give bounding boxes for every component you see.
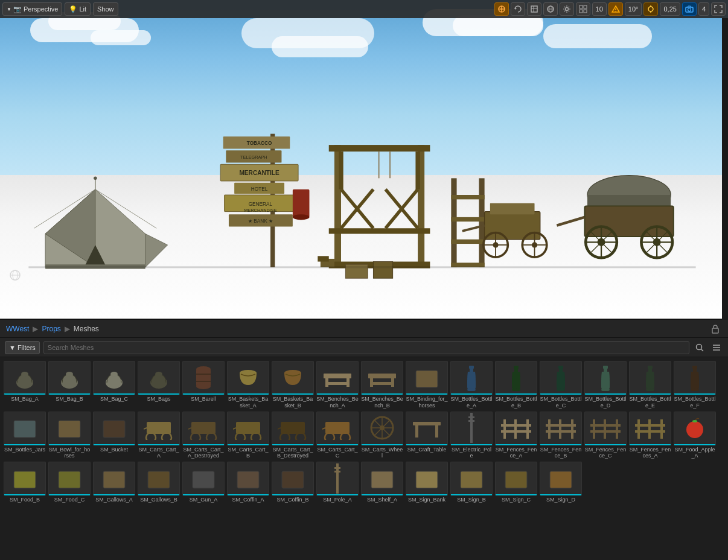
svg-rect-90 (580, 10, 583, 13)
asset-label: SM_Bottles_Bottle_B (495, 396, 537, 409)
asset-label: SM_Carts_Cart_A_Destroyed (182, 447, 225, 460)
svg-rect-127 (325, 382, 350, 385)
settings-icon-btn[interactable] (560, 2, 574, 16)
asset-item-sm-bottles-bottle-b[interactable]: SM_Bottles_Bottle_B (494, 360, 538, 410)
camera2-icon-btn[interactable] (682, 2, 697, 16)
snap-icon-btn[interactable] (643, 2, 658, 16)
svg-rect-212 (193, 471, 214, 488)
asset-item-sm-sign-bank[interactable]: SM_Sign_Bank (404, 460, 449, 504)
lock-button[interactable] (709, 322, 722, 336)
svg-point-99 (688, 8, 691, 11)
asset-grid[interactable]: SM_Bag_ASM_Bag_BSM_Bag_CSM_BagsSM_Barell… (0, 357, 728, 560)
svg-text:MERCANTILE: MERCANTILE (239, 170, 279, 176)
breadcrumb-props[interactable]: Props (42, 325, 60, 333)
svg-line-157 (144, 428, 147, 430)
breadcrumb-wwwest[interactable]: WWest (6, 325, 29, 333)
warning-icon-btn[interactable] (608, 2, 623, 16)
asset-item-sm-shelf-a[interactable]: SM_Shelf_A (360, 460, 404, 504)
show-button[interactable]: Show (93, 2, 118, 16)
svg-point-95 (648, 7, 653, 11)
asset-item-sm-food-c[interactable]: SM_Food_C (47, 460, 92, 504)
asset-item-sm-bucket[interactable]: SM_Bucket (92, 410, 136, 461)
svg-rect-217 (334, 471, 340, 472)
asset-item-sm-bottles-bottle-e[interactable]: SM_Bottles_Bottle_E (628, 360, 672, 410)
asset-item-sm-carts-cart-b-destroyed[interactable]: SM_Carts_Cart_B_Destroyed (270, 410, 315, 461)
svg-rect-222 (550, 471, 572, 488)
asset-item-sm-bottles-bottle-c[interactable]: SM_Bottles_Bottle_C (538, 360, 583, 410)
asset-item-sm-bag-c[interactable]: SM_Bag_C (92, 360, 136, 410)
viewport[interactable]: TOBACCO TELEGRAPH MERCANTILE HOTEL GENER… (0, 0, 728, 320)
grid-icon-btn[interactable] (576, 2, 590, 16)
filters-button[interactable]: ▼ Filters (5, 341, 40, 354)
svg-rect-28 (329, 145, 430, 151)
asset-item-sm-coffin-b[interactable]: SM_Coffin_B (270, 460, 315, 504)
view-options-button[interactable] (710, 341, 723, 354)
asset-item-sm-food-apple-a[interactable]: SM_Food_Apple_A (672, 410, 717, 461)
svg-rect-24 (293, 189, 310, 217)
asset-item-sm-bag-a[interactable]: SM_Bag_A (2, 360, 47, 410)
asset-item-sm-bottles-bottle-f[interactable]: SM_Bottles_Bottle_F (672, 360, 717, 410)
asset-item-sm-food-b[interactable]: SM_Food_B (2, 460, 47, 504)
asset-item-sm-gallows-a[interactable]: SM_Gallows_A (92, 460, 136, 504)
viewport-scrollbar[interactable] (722, 18, 728, 320)
asset-item-sm-bowl-for-horses[interactable]: SM_Bowl_for_horses (47, 410, 92, 461)
asset-item-sm-barell[interactable]: SM_Barell (181, 360, 226, 410)
asset-item-sm-craft-table[interactable]: SM_Craft_Table (404, 410, 449, 461)
rotate-icon-btn[interactable] (511, 2, 525, 16)
svg-rect-46 (451, 217, 484, 221)
asset-item-sm-bag-b[interactable]: SM_Bag_B (47, 360, 92, 410)
asset-label: SM_Fences_Fence_B (540, 447, 582, 460)
asset-item-sm-sign-d[interactable]: SM_Sign_D (538, 460, 583, 504)
asset-item-sm-baskets-basket-a[interactable]: SM_Baskets_Basket_A (226, 360, 270, 410)
asset-item-sm-bottles-bottle-d[interactable]: SM_Bottles_Bottle_D (583, 360, 628, 410)
asset-item-sm-fences-fences-a[interactable]: SM_Fences_Fences_A (628, 410, 672, 461)
asset-item-sm-benches-bench-a[interactable]: SM_Benches_Bench_A (315, 360, 360, 410)
svg-rect-203 (637, 419, 640, 439)
transform-icon-btn[interactable] (494, 2, 509, 16)
svg-text:MERCHANDISE: MERCHANDISE (244, 208, 276, 213)
asset-label: SM_Coffin_B (277, 497, 309, 503)
svg-point-87 (565, 8, 568, 11)
svg-rect-91 (584, 10, 587, 13)
perspective-dropdown[interactable]: ▼ 📷 Perspective (2, 2, 62, 16)
camera-num-btn[interactable]: 4 (698, 2, 709, 16)
grid-size-btn[interactable]: 10 (592, 2, 607, 16)
lit-button[interactable]: 💡 Lit (65, 2, 91, 16)
asset-item-sm-coffin-a[interactable]: SM_Coffin_A (226, 460, 270, 504)
globe-icon-btn[interactable] (543, 2, 558, 16)
asset-item-sm-binding-for-horses[interactable]: SM_Binding_for_horses (404, 360, 449, 410)
asset-item-sm-carts-cart-a-destroyed[interactable]: SM_Carts_Cart_A_Destroyed (181, 410, 226, 461)
expand-icon-btn[interactable] (527, 2, 541, 16)
asset-item-sm-carts-wheel[interactable]: SM_Carts_Wheel (360, 410, 404, 461)
snap-val-btn[interactable]: 0,25 (660, 2, 680, 16)
fullscreen-icon-btn[interactable] (711, 2, 726, 16)
asset-item-sm-carts-cart-b[interactable]: SM_Carts_Cart_B (226, 410, 270, 461)
asset-item-sm-bottles-jars[interactable]: SM_Bottles_Jars (2, 410, 47, 461)
svg-rect-181 (415, 425, 418, 438)
asset-item-sm-fences-fence-b[interactable]: SM_Fences_Fence_B (538, 410, 583, 461)
asset-label: SM_Carts_Cart_A (138, 447, 180, 460)
angle-btn[interactable]: 10° (625, 2, 642, 16)
asset-item-sm-bottles-bottle-a[interactable]: SM_Bottles_Bottle_A (449, 360, 494, 410)
asset-item-sm-bags[interactable]: SM_Bags (136, 360, 181, 410)
toolbar-right: 10 10° 0,25 (494, 2, 726, 16)
svg-point-110 (21, 372, 28, 377)
search-bar: ▼ Filters (0, 338, 728, 357)
asset-item-sm-sign-c[interactable]: SM_Sign_C (494, 460, 538, 504)
asset-item-sm-gallows-b[interactable]: SM_Gallows_B (136, 460, 181, 504)
asset-item-sm-baskets-basket-b[interactable]: SM_Baskets_Basket_B (270, 360, 315, 410)
asset-item-sm-electric-pole[interactable]: SM_Electric_Pole (449, 410, 494, 461)
asset-item-sm-carts-cart-a[interactable]: SM_Carts_Cart_A (136, 410, 181, 461)
asset-item-sm-benches-bench-b[interactable]: SM_Benches_Bench_B (360, 360, 404, 410)
search-input[interactable] (43, 341, 689, 354)
asset-item-sm-gun-a[interactable]: SM_Gun_A (181, 460, 226, 504)
asset-thumbnail (93, 361, 135, 395)
asset-thumbnail (540, 412, 582, 445)
search-button[interactable] (693, 341, 706, 354)
asset-label: SM_Bottles_Bottle_D (584, 396, 627, 409)
asset-item-sm-pole-a[interactable]: SM_Pole_A (315, 460, 360, 504)
asset-item-sm-fences-fence-a[interactable]: SM_Fences_Fence_A (494, 410, 538, 461)
asset-item-sm-sign-b[interactable]: SM_Sign_B (449, 460, 494, 504)
asset-item-sm-fences-fence-c[interactable]: SM_Fences_Fence_C (583, 410, 628, 461)
asset-item-sm-carts-cart-c[interactable]: SM_Carts_Cart_C (315, 410, 360, 461)
